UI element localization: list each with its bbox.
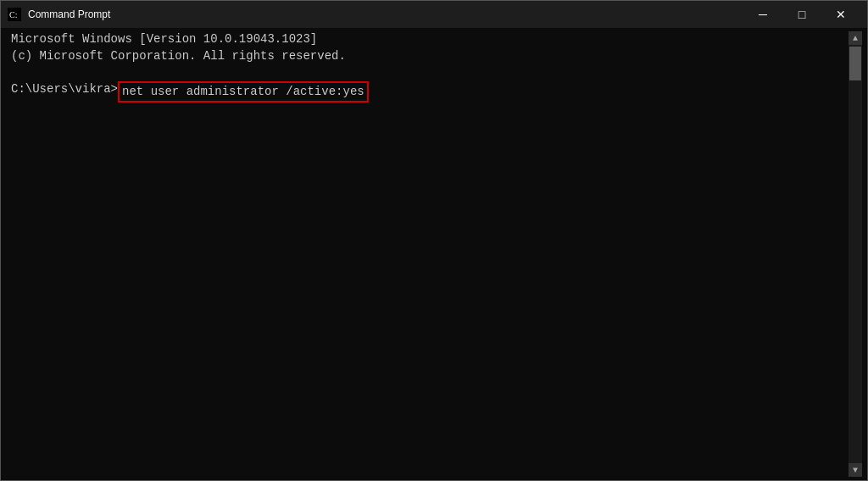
cmd-icon: C: (8, 8, 21, 21)
command-prompt-window: C: Command Prompt ─ □ ✕ Microsoft Window… (0, 0, 868, 481)
console-line-2: (c) Microsoft Corporation. All rights re… (11, 48, 849, 65)
minimize-button[interactable]: ─ (743, 1, 782, 28)
title-bar: C: Command Prompt ─ □ ✕ (1, 1, 867, 28)
console-line-3 (11, 64, 849, 81)
window-title: Command Prompt (28, 8, 743, 20)
scroll-up-arrow[interactable]: ▲ (849, 31, 862, 45)
console-area[interactable]: Microsoft Windows [Version 10.0.19043.10… (1, 28, 867, 480)
prompt-text: C:\Users\vikra> (11, 81, 118, 98)
scrollbar-track[interactable] (849, 45, 862, 463)
window-controls: ─ □ ✕ (743, 1, 860, 28)
console-content: Microsoft Windows [Version 10.0.19043.10… (11, 31, 849, 477)
maximize-button[interactable]: □ (782, 1, 821, 28)
svg-text:C:: C: (9, 10, 17, 19)
command-highlight: net user administrator /active:yes (118, 81, 369, 103)
scroll-down-arrow[interactable]: ▼ (849, 463, 862, 477)
console-prompt-line: C:\Users\vikra>net user administrator /a… (11, 81, 849, 103)
close-button[interactable]: ✕ (821, 1, 860, 28)
console-line-1: Microsoft Windows [Version 10.0.19043.10… (11, 31, 849, 48)
scrollbar[interactable]: ▲ ▼ (849, 31, 862, 477)
scrollbar-thumb[interactable] (849, 47, 861, 80)
